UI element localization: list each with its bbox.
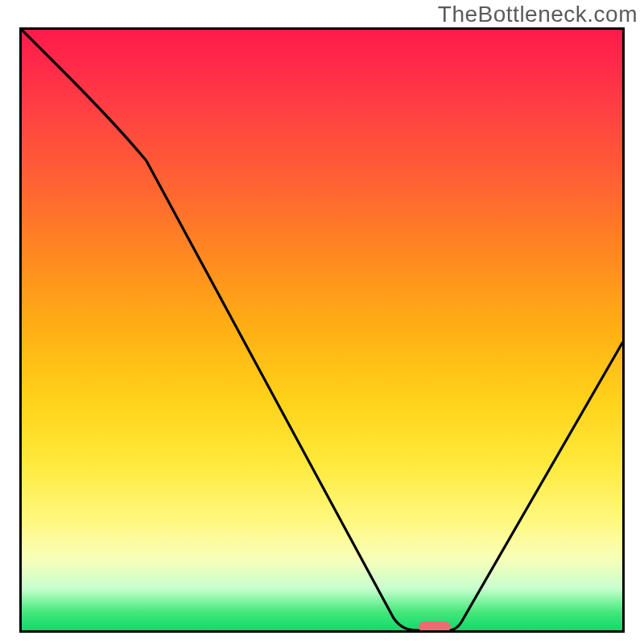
optimal-marker xyxy=(419,621,451,630)
watermark-text: TheBottleneck.com xyxy=(438,2,638,27)
plot-area xyxy=(19,27,625,633)
chart-frame: TheBottleneck.com xyxy=(0,0,644,644)
bottleneck-curve xyxy=(22,30,622,630)
curve-layer xyxy=(22,30,622,630)
